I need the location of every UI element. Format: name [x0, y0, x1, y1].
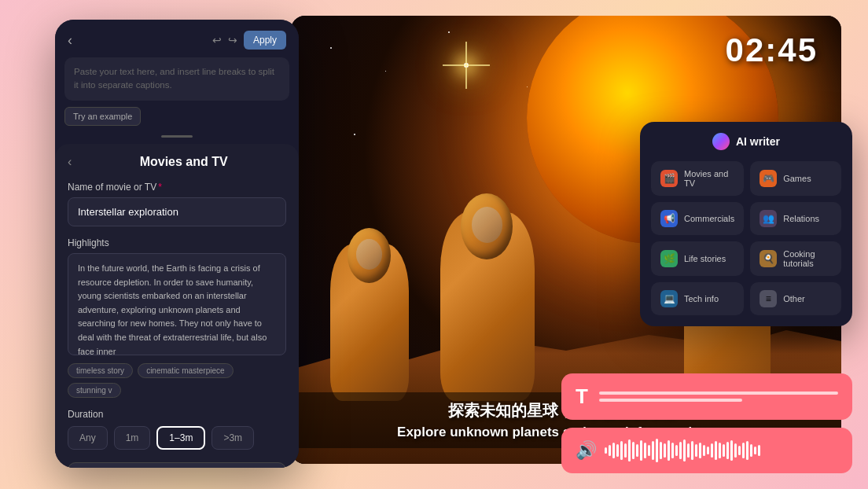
text-line-2	[599, 399, 742, 402]
star	[385, 71, 386, 72]
timer-display: 02:45	[726, 31, 818, 69]
textarea-placeholder: Paste your text here, and insert line br…	[74, 65, 280, 93]
highlights-textarea[interactable]: In the future world, the Earth is facing…	[68, 253, 286, 355]
ai-panel-header: AI writer	[651, 133, 841, 150]
ai-item-movies[interactable]: 🎬 Movies and TV	[651, 161, 744, 196]
ai-item-cooking[interactable]: 🍳 Cooking tutorials	[750, 241, 841, 276]
ai-orb-icon	[712, 133, 730, 150]
relations-icon: 👥	[760, 210, 777, 227]
astronaut-2	[440, 212, 535, 401]
text-lines	[599, 392, 838, 402]
ai-item-life[interactable]: 🌿 Life stories	[651, 241, 744, 276]
duration-any[interactable]: Any	[68, 426, 108, 450]
waveform-bar	[648, 445, 650, 456]
star	[448, 31, 450, 33]
audio-bar[interactable]: 🔊	[561, 428, 852, 473]
waveform-bar	[652, 441, 654, 460]
star	[354, 134, 355, 135]
waveform-bar	[656, 439, 658, 462]
ai-writer-panel: AI writer 🎬 Movies and TV 🎮 Games 📢 Comm…	[640, 122, 852, 326]
ai-item-games-label: Games	[783, 174, 811, 183]
toolbar-actions: ↩ ↪ Apply	[212, 31, 286, 50]
movie-name-label: Name of movie or TV*	[68, 182, 286, 193]
waveform-bar	[746, 441, 748, 460]
paste-textarea[interactable]: Paste your text here, and insert line br…	[64, 57, 289, 101]
waveform-bar	[711, 443, 713, 458]
duration-3m-plus[interactable]: >3m	[211, 426, 254, 450]
waveform-bar	[758, 445, 760, 456]
tech-icon: 💻	[660, 290, 678, 307]
waveform-bar	[668, 440, 670, 461]
tag-0[interactable]: timeless story	[68, 363, 133, 378]
undo-icon[interactable]: ↩	[212, 34, 222, 46]
audio-speaker-icon: 🔊	[576, 440, 597, 461]
waveform-bar	[703, 445, 705, 456]
waveform-bar	[723, 444, 725, 457]
waveform-bar	[679, 442, 682, 459]
waveform-bar	[695, 444, 697, 457]
phone-toolbar: ‹ ↩ ↪ Apply	[55, 20, 299, 57]
waveform-bar	[675, 445, 678, 456]
highlights-label: Highlights	[68, 237, 286, 248]
tags-row: timeless story cinematic masterpiece stu…	[68, 363, 286, 398]
text-line-1	[599, 392, 838, 395]
waveform-bar	[730, 440, 733, 461]
star	[527, 86, 528, 87]
ai-item-movies-label: Movies and TV	[684, 169, 734, 188]
phone-panel: ‹ ↩ ↪ Apply Paste your text here, and in…	[55, 20, 299, 468]
ai-title: AI writer	[736, 135, 780, 148]
waveform-bar	[664, 443, 666, 458]
waveform-bar	[616, 444, 619, 457]
waveform-bar	[750, 444, 752, 457]
waveform-bar	[691, 441, 693, 460]
duration-1m[interactable]: 1m	[114, 426, 151, 450]
waveform-bar	[671, 443, 674, 458]
waveform-bar	[738, 446, 741, 455]
waveform-bar	[726, 442, 729, 459]
waveform-bar	[636, 444, 638, 457]
section-header: ‹ Movies and TV	[68, 155, 286, 169]
waveform-bar	[605, 447, 607, 454]
tag-2[interactable]: stunning v	[68, 383, 121, 398]
duration-label: Duration	[68, 409, 286, 420]
waveform-bar	[660, 442, 662, 459]
toolbar-back-button[interactable]: ‹	[68, 32, 72, 49]
generate-script-button[interactable]: Generate script	[68, 462, 286, 468]
redo-icon[interactable]: ↪	[228, 34, 237, 46]
life-icon: 🌿	[660, 250, 678, 267]
required-indicator: *	[158, 182, 162, 193]
ai-item-life-label: Life stories	[684, 254, 726, 263]
astronaut-1	[330, 244, 409, 401]
waveform-bar	[683, 439, 686, 461]
duration-1-3m[interactable]: 1–3m	[156, 426, 205, 450]
section-title: Movies and TV	[81, 155, 286, 169]
ai-item-commercials-label: Commercials	[684, 214, 734, 223]
waveform	[605, 439, 838, 462]
divider	[161, 135, 193, 138]
games-icon: 🎮	[760, 170, 777, 187]
cooking-icon: 🍳	[760, 250, 777, 267]
waveform-bar	[742, 443, 745, 458]
section-back-button[interactable]: ‹	[68, 155, 72, 169]
ai-item-tech[interactable]: 💻 Tech info	[651, 282, 744, 315]
movies-icon: 🎬	[660, 170, 678, 187]
ai-item-cooking-label: Cooking tutorials	[783, 249, 832, 268]
text-T-icon: T	[576, 384, 588, 409]
ai-item-other[interactable]: ≡ Other	[750, 282, 841, 315]
text-bar[interactable]: T	[561, 373, 852, 420]
waveform-bar	[620, 441, 623, 460]
waveform-bar	[609, 445, 611, 456]
waveform-bar	[734, 443, 737, 458]
commercials-icon: 📢	[660, 210, 678, 227]
ai-item-relations[interactable]: 👥 Relations	[750, 202, 841, 235]
movie-name-input[interactable]: Interstellar exploration	[68, 197, 286, 226]
ai-item-commercials[interactable]: 📢 Commercials	[651, 202, 744, 235]
tag-1[interactable]: cinematic masterpiece	[138, 363, 233, 378]
ai-grid: 🎬 Movies and TV 🎮 Games 📢 Commercials 👥 …	[651, 161, 841, 315]
try-example-button[interactable]: Try an example	[64, 107, 141, 126]
ai-item-games[interactable]: 🎮 Games	[750, 161, 841, 196]
waveform-bar	[687, 443, 690, 458]
waveform-bar	[624, 443, 627, 458]
ai-item-other-label: Other	[783, 294, 805, 303]
apply-button[interactable]: Apply	[244, 31, 286, 50]
